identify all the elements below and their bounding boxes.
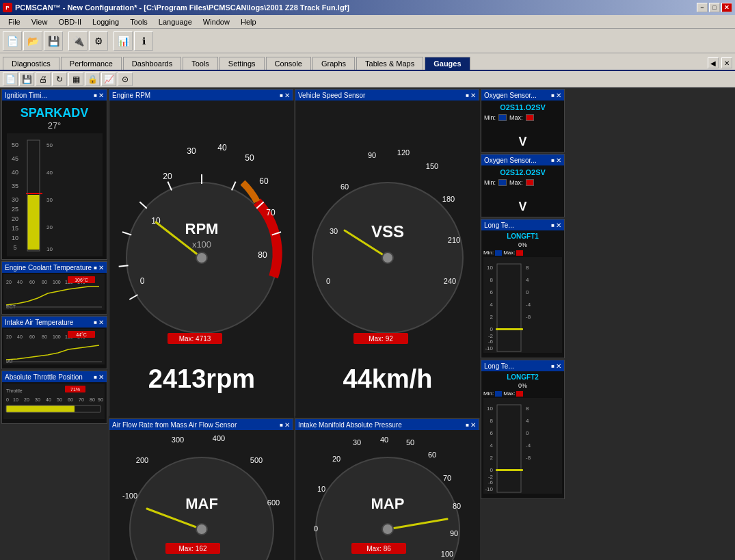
o2s11-header: Oxygen Sensor... ■ ✕ [481, 90, 564, 101]
tab-settings[interactable]: Settings [219, 57, 265, 70]
vss-close[interactable]: ■ ✕ [466, 92, 476, 99]
sub-chart[interactable]: 📈 [101, 72, 116, 86]
disconnect-button[interactable]: ⚙ [89, 31, 108, 51]
minimize-button[interactable]: – [697, 3, 708, 12]
o2s11-content: O2S11.O2SV Min: Max: V [481, 101, 564, 152]
o2s12-header: Oxygen Sensor... ■ ✕ [481, 155, 564, 165]
svg-text:80: 80 [90, 397, 95, 402]
svg-text:0: 0 [490, 326, 494, 332]
svg-text:x100: x100 [192, 239, 211, 250]
sub-grid[interactable]: ▦ [68, 72, 83, 86]
menu-file[interactable]: File [3, 16, 26, 27]
menu-view[interactable]: View [26, 16, 53, 27]
longft2-header: Long Te... ■ ✕ [481, 360, 564, 371]
longft1-panel: Long Te... ■ ✕ LONGFT1 0% Min: Max: 10 8 [481, 219, 565, 358]
rpm-panel: Engine RPM ■ ✕ 0 10 20 30 [109, 89, 293, 416]
open-button[interactable]: 📂 [23, 31, 42, 51]
info-button[interactable]: ℹ [134, 31, 153, 51]
svg-text:100: 100 [53, 334, 61, 339]
vss-panel: Vehicle Speed Sensor ■ ✕ 0 30 60 90 120 … [295, 89, 479, 416]
svg-text:60: 60 [259, 176, 269, 186]
o2s11-unit: V [484, 135, 561, 149]
new-button[interactable]: 📄 [3, 31, 22, 51]
tab-dashboards[interactable]: Dashboards [123, 57, 181, 70]
ignition-title: Ignition Timi... [5, 92, 47, 99]
sub-refresh[interactable]: ↻ [52, 72, 67, 86]
sub-lock[interactable]: 🔒 [85, 72, 100, 86]
svg-text:10: 10 [13, 397, 18, 402]
o2s11-panel: Oxygen Sensor... ■ ✕ O2S11.O2SV Min: Max… [481, 89, 565, 152]
svg-text:0: 0 [326, 277, 330, 285]
ect-title: Engine Coolant Temperature [5, 264, 92, 271]
svg-rect-0 [7, 133, 103, 256]
maf-title: Air Flow Rate from Mass Air Flow Sensor [112, 421, 237, 429]
svg-text:0: 0 [314, 524, 318, 533]
svg-text:30: 30 [330, 227, 338, 235]
sub-save[interactable]: 💾 [19, 72, 34, 86]
throttle-panel: Absolute Throttle Position ■ ✕ Throttle … [1, 371, 107, 424]
toolbar: 📄 📂 💾 🔌 ⚙ 📊 ℹ [0, 29, 735, 53]
ignition-bargraph: 50 45 40 35 30 25 20 15 10 5 [5, 133, 104, 256]
tab-console[interactable]: Console [266, 57, 311, 70]
monitor-button[interactable]: 📊 [113, 31, 133, 51]
longft2-label: LONGFT2 [483, 373, 562, 381]
ignition-close[interactable]: ■ ✕ [94, 92, 104, 99]
longft1-bargraph: 10 8 6 4 2 0 -2 -6 -10 8 4 0 [483, 257, 562, 353]
svg-text:20: 20 [46, 224, 53, 230]
longft1-close[interactable]: ■ ✕ [551, 222, 561, 229]
menu-tools[interactable]: Tools [124, 16, 153, 27]
iat-close[interactable]: ■ ✕ [94, 319, 104, 326]
menu-obd[interactable]: OBD-II [53, 16, 87, 27]
svg-text:0: 0 [6, 397, 9, 402]
svg-text:180: 180 [442, 195, 455, 203]
close-button[interactable]: ✕ [721, 3, 732, 12]
o2s12-min-label: Min: [484, 179, 496, 186]
sub-new[interactable]: 📄 [3, 72, 18, 86]
tab-tables[interactable]: Tables & Maps [356, 57, 423, 70]
tab-scroll-left[interactable]: ◀ [708, 57, 719, 68]
tab-diagnostics[interactable]: Diagnostics [3, 57, 59, 70]
o2s12-close[interactable]: ■ ✕ [551, 157, 561, 164]
svg-text:20: 20 [6, 334, 12, 339]
o2s11-close[interactable]: ■ ✕ [551, 92, 561, 99]
vss-title: Vehicle Speed Sensor [298, 92, 365, 99]
sub-gauge[interactable]: ⊙ [118, 72, 133, 86]
svg-text:40: 40 [46, 397, 51, 402]
left-column: Ignition Timi... ■ ✕ SPARKADV 27° 50 45 … [1, 89, 107, 416]
save-button[interactable]: 💾 [44, 31, 63, 51]
svg-text:-6: -6 [488, 338, 494, 345]
o2s11-min-label: Min: [484, 114, 496, 121]
menu-window[interactable]: Window [198, 16, 235, 27]
svg-text:10: 10 [317, 485, 325, 493]
throttle-close[interactable]: ■ ✕ [94, 373, 104, 381]
maf-close[interactable]: ■ ✕ [280, 421, 290, 429]
iat-header: Intake Air Temperature ■ ✕ [2, 317, 107, 328]
menu-help[interactable]: Help [235, 16, 262, 27]
svg-point-82 [196, 252, 207, 263]
sub-print[interactable]: 🖨 [36, 72, 51, 86]
tab-performance[interactable]: Performance [61, 57, 122, 70]
tab-graphs[interactable]: Graphs [312, 57, 355, 70]
ect-content: 20 40 60 80 100 120 140 106°C ECT [2, 273, 107, 314]
svg-text:60: 60 [29, 334, 35, 339]
svg-text:80: 80 [453, 502, 461, 510]
svg-text:30: 30 [46, 197, 53, 203]
longft1-title: Long Te... [484, 222, 514, 229]
tab-close[interactable]: ✕ [721, 57, 732, 68]
maximize-button[interactable]: □ [709, 3, 720, 12]
tab-tools[interactable]: Tools [183, 57, 218, 70]
menu-language[interactable]: Language [153, 16, 198, 27]
svg-text:40: 40 [17, 280, 23, 284]
map-close[interactable]: ■ ✕ [466, 421, 476, 429]
svg-text:71%: 71% [70, 387, 80, 392]
longft2-close[interactable]: ■ ✕ [551, 362, 561, 370]
menu-logging[interactable]: Logging [87, 16, 124, 27]
tab-gauges[interactable]: Gauges [425, 57, 470, 70]
svg-text:10: 10 [11, 235, 18, 241]
ect-close[interactable]: ■ ✕ [94, 264, 104, 271]
svg-point-147 [196, 524, 207, 535]
connect-button[interactable]: 🔌 [68, 31, 88, 51]
rpm-close[interactable]: ■ ✕ [280, 92, 290, 99]
o2s12-max-bar [526, 179, 534, 186]
svg-text:300: 300 [172, 436, 184, 444]
